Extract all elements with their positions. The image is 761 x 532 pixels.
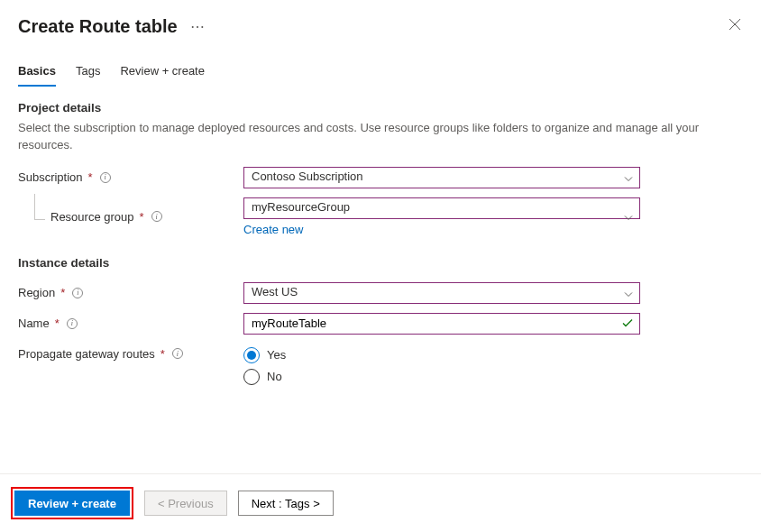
subscription-label: Subscription [18, 170, 83, 184]
header: Create Route table ⋯ [0, 0, 761, 37]
info-icon[interactable]: i [172, 348, 183, 359]
tabs: Basics Tags Review + create [0, 37, 761, 87]
required-icon: * [140, 210, 144, 224]
region-row: Region * i West US [18, 282, 743, 304]
close-icon[interactable] [729, 18, 741, 33]
highlight: Review + create [11, 487, 133, 519]
info-icon[interactable]: i [67, 318, 78, 329]
resource-group-label: Resource group [50, 210, 134, 224]
radio-icon [243, 369, 260, 385]
next-button[interactable]: Next : Tags > [238, 491, 334, 516]
instance-details-section: Instance details Region * i West US Name… [0, 256, 761, 385]
required-icon: * [60, 286, 65, 299]
info-icon[interactable]: i [100, 172, 111, 183]
propagate-radio-group: Yes No [243, 347, 286, 385]
radio-icon [243, 347, 260, 363]
required-icon: * [88, 170, 93, 184]
project-details-title: Project details [18, 101, 743, 115]
resource-group-select[interactable]: myResourceGroup [243, 197, 640, 219]
subscription-select[interactable]: Contoso Subscription [243, 167, 640, 188]
no-label: No [267, 370, 282, 383]
subscription-row: Subscription * i Contoso Subscription [18, 167, 743, 188]
tab-basics[interactable]: Basics [18, 64, 56, 87]
name-input[interactable] [243, 313, 640, 335]
required-icon: * [55, 316, 60, 330]
footer: Review + create < Previous Next : Tags > [0, 473, 761, 532]
region-select[interactable]: West US [243, 282, 640, 304]
name-row: Name * i [18, 313, 743, 335]
propagate-label: Propagate gateway routes [18, 347, 155, 361]
propagate-no-option[interactable]: No [243, 369, 286, 385]
region-label: Region [18, 286, 55, 299]
project-details-desc: Select the subscription to manage deploy… [18, 120, 743, 154]
previous-button[interactable]: < Previous [144, 491, 227, 516]
checkmark-icon [622, 316, 633, 330]
project-details-section: Project details Select the subscription … [0, 101, 761, 236]
instance-details-title: Instance details [18, 256, 743, 270]
tab-tags[interactable]: Tags [76, 64, 100, 87]
propagate-yes-option[interactable]: Yes [243, 347, 286, 363]
resource-group-row: Resource group * i myResourceGroup Creat… [18, 197, 743, 236]
required-icon: * [160, 347, 165, 361]
yes-label: Yes [267, 348, 286, 362]
review-create-button[interactable]: Review + create [14, 491, 130, 516]
page-title: Create Route table [18, 16, 178, 37]
tab-review[interactable]: Review + create [120, 64, 205, 87]
name-label: Name [18, 316, 50, 330]
propagate-row: Propagate gateway routes * i Yes No [18, 347, 743, 385]
create-new-link[interactable]: Create new [243, 223, 303, 236]
info-icon[interactable]: i [72, 288, 83, 298]
more-icon[interactable]: ⋯ [190, 18, 206, 35]
info-icon[interactable]: i [151, 211, 162, 222]
